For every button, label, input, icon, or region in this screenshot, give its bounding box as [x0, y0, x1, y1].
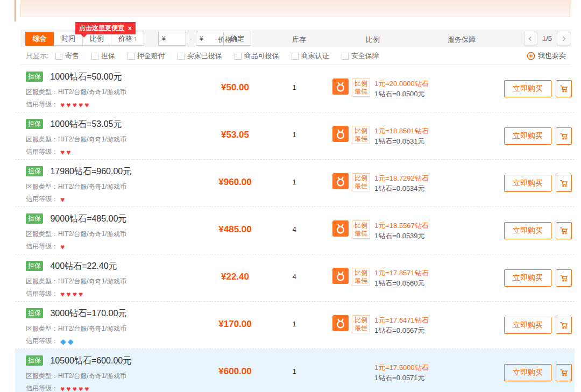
buy-now-button[interactable]: 立即购买: [504, 269, 551, 287]
listing-stock: 4: [278, 273, 310, 281]
cart-icon: [559, 273, 569, 283]
row-actions: 立即购买: [504, 222, 572, 239]
buy-now-button[interactable]: 立即购买: [504, 80, 551, 97]
listing-row: 担保 1000钻石=53.05元 区服类型：HIT2/台服/奇奇1/游戏币 信用…: [15, 112, 575, 160]
filter-checkbox-item[interactable]: 商家认证: [292, 51, 329, 61]
ratio-per-diamond: 1钻石=0.0534元: [374, 183, 429, 194]
filter-checkbox-item[interactable]: 卖家已投保: [178, 51, 222, 61]
ratio-per-yuan: 1元=18.5567钻石: [374, 220, 429, 231]
add-to-cart-button[interactable]: [556, 364, 572, 381]
medal-icon: [332, 173, 349, 189]
tab-composite[interactable]: 综合: [25, 32, 54, 46]
heart-icon: ♥: [84, 385, 89, 392]
cart-icon: [559, 84, 569, 94]
listing-line1: 担保 17980钻石=960.00元: [26, 166, 575, 177]
buy-now-button[interactable]: 立即购买: [504, 175, 551, 192]
listing-line1: 担保 1000钻石=53.05元: [26, 119, 575, 130]
listing-title[interactable]: 3000钻石=170.00元: [50, 309, 126, 318]
best-ratio-badge: 比例最佳: [352, 126, 370, 144]
listing-row: 担保 9000钻石=485.00元 区服类型：HIT2/台服/奇奇1/游戏币 信…: [15, 207, 575, 254]
listing-stock: 4: [278, 225, 310, 233]
credit-level: 信用等级： ♥: [26, 195, 575, 204]
gem-icon: ◆: [68, 338, 74, 345]
cart-icon: [559, 179, 569, 188]
credit-icons: ♥♥♥♥: [60, 290, 84, 298]
heart-icon: ♥: [73, 290, 77, 298]
listing-title[interactable]: 10500钻石=600.00元: [50, 356, 131, 365]
ratio-per-diamond: 1钻石=0.0531元: [374, 136, 429, 146]
checkbox: [342, 53, 349, 60]
best-ratio-group: 比例最佳: [332, 79, 370, 97]
heart-icon: ♥: [79, 101, 83, 109]
filter-checkbox-item[interactable]: 商品可投保: [235, 51, 279, 61]
checkbox: [292, 53, 299, 60]
add-to-cart-button[interactable]: [556, 317, 572, 334]
listing-row: 担保 400钻石=22.40元 区服类型：HIT2/台服/奇奇1/游戏币 信用等…: [15, 254, 575, 302]
listing-title[interactable]: 1000钻石=50.00元: [50, 72, 122, 81]
prev-page-button[interactable]: [524, 32, 537, 45]
chevron-left-icon: [527, 35, 534, 42]
column-header-service: 服务保障: [435, 35, 488, 45]
best-ratio-group: 比例最佳: [332, 173, 370, 191]
add-to-cart-button[interactable]: [556, 80, 572, 97]
listing-title[interactable]: 1000钻石=53.05元: [50, 119, 122, 129]
cart-icon: [559, 131, 569, 141]
listing-line1: 担保 3000钻石=170.00元: [26, 308, 575, 319]
buy-now-button[interactable]: 立即购买: [504, 317, 551, 334]
credit-icons: ◆◆: [60, 338, 75, 345]
buy-now-button[interactable]: 立即购买: [504, 127, 551, 145]
ratio-per-yuan: 1元=17.5000钻石: [374, 362, 429, 373]
filter-row: 只显示: 寄售 担保 押金赔付 卖家已投保 商品可投保 商家认证 安全保障 我也…: [20, 47, 571, 65]
add-to-cart-button[interactable]: [556, 269, 572, 287]
listing-row: 担保 10500钻石=600.00元 区服类型：HIT2/台服/奇奇1/游戏币 …: [15, 349, 575, 392]
column-header-price: 价格: [198, 35, 252, 45]
credit-level: 信用等级： ♥♥♥♥♥: [26, 384, 575, 392]
credit-level: 信用等级： ♥: [26, 242, 575, 251]
cheaper-tooltip-text: 点击这里更便宜: [79, 24, 124, 33]
row-actions: 立即购买: [504, 127, 572, 145]
sort-asc-icon: ↑: [133, 35, 137, 42]
sell-link[interactable]: 我也要卖: [527, 51, 566, 61]
close-icon[interactable]: ×: [128, 25, 132, 32]
listing-title[interactable]: 400钻石=22.40元: [50, 261, 117, 270]
ratio-block: 比例最佳 1元=18.7292钻石 1钻石=0.0534元: [332, 173, 429, 194]
heart-icon: ♥: [84, 101, 89, 109]
buy-now-button[interactable]: 立即购买: [504, 222, 551, 239]
next-page-button[interactable]: [557, 32, 570, 45]
row-actions: 立即购买: [504, 317, 572, 334]
add-to-cart-button[interactable]: [556, 222, 572, 239]
listing-line1: 担保 1000钻石=50.00元: [26, 72, 575, 83]
add-to-cart-button[interactable]: [556, 175, 572, 192]
filter-checkbox-item[interactable]: 押金赔付: [127, 51, 165, 61]
credit-icons: ♥: [60, 196, 66, 203]
credit-level: 信用等级： ♥♥: [26, 147, 575, 156]
credit-icons: ♥♥♥♥♥: [60, 385, 91, 392]
listing-title[interactable]: 9000钻石=485.00元: [50, 214, 126, 223]
buy-now-button[interactable]: 立即购买: [504, 364, 551, 381]
checkbox: [55, 53, 62, 60]
ratio-per-yuan: 1元=20.0000钻石: [374, 79, 429, 89]
credit-level: 信用等级： ◆◆: [26, 337, 575, 346]
price-min-input[interactable]: [158, 32, 186, 46]
ratio-per-yuan: 1元=17.8571钻石: [374, 268, 429, 278]
chevron-right-icon: [561, 35, 567, 42]
row-actions: 立即购买: [504, 175, 572, 192]
listing-stock: 1: [278, 131, 310, 139]
best-ratio-badge: 比例最佳: [352, 220, 370, 239]
filter-checkbox-item[interactable]: 寄售: [55, 51, 79, 61]
listing-title[interactable]: 17980钻石=960.00元: [50, 167, 131, 176]
heart-icon: ♥: [73, 385, 77, 392]
guarantee-badge: 担保: [26, 261, 43, 271]
heart-icon: ♥: [60, 243, 65, 251]
cheaper-tooltip[interactable]: 点击这里更便宜 ×: [75, 22, 136, 34]
heart-icon: ♥: [79, 290, 83, 298]
guarantee-badge: 担保: [26, 119, 43, 129]
listing-line1: 担保 400钻石=22.40元: [26, 261, 575, 272]
add-to-cart-button[interactable]: [556, 127, 572, 145]
listing-price: ¥600.00: [203, 366, 267, 377]
filter-checkbox-item[interactable]: 担保: [91, 51, 115, 61]
guarantee-badge: 担保: [26, 213, 43, 224]
heart-icon: ♥: [66, 385, 70, 392]
filter-checkbox-item[interactable]: 安全保障: [342, 51, 379, 61]
pagination: 1/5: [524, 32, 570, 45]
